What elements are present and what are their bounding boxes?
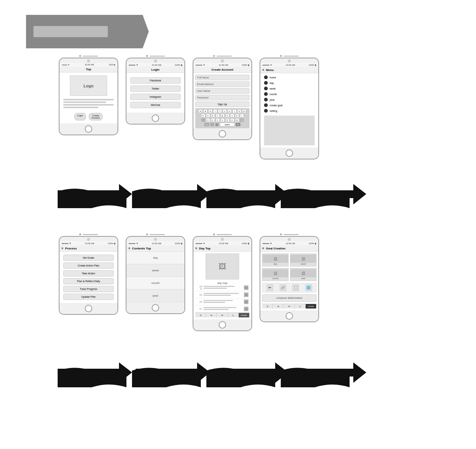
key-123[interactable]: 123 — [204, 123, 209, 126]
username-field[interactable]: User Name — [195, 88, 250, 94]
goal-btn-m[interactable]: m — [284, 304, 295, 309]
facebook-button[interactable]: Facebook — [130, 77, 181, 84]
wechat-button[interactable]: WeChat — [130, 102, 181, 108]
take-action-button[interactable]: Take Action — [63, 270, 114, 277]
login-button[interactable]: Login — [74, 113, 86, 120]
key-shift[interactable]: ⇧ — [201, 118, 205, 122]
key-y[interactable]: y — [223, 109, 227, 113]
key-u[interactable]: u — [228, 109, 232, 113]
twitter-button[interactable]: Twitter — [130, 85, 181, 92]
hamburger-icon[interactable]: ≡ — [195, 246, 197, 250]
goal-cell-year[interactable]: 🖼 year — [290, 268, 316, 281]
home-button[interactable] — [85, 125, 92, 133]
day-list-item-3[interactable]: 14 🖼 — [195, 298, 250, 306]
menu-item-home[interactable]: home — [264, 75, 315, 79]
key-backspace[interactable]: ⌫ — [240, 118, 244, 122]
set-goals-button[interactable]: Set Goals — [63, 255, 114, 261]
hamburger-icon[interactable]: ≡ — [128, 246, 130, 250]
goal-cell-day[interactable]: 🖼 day — [262, 253, 289, 267]
menu-dot-year — [264, 98, 268, 101]
key-v[interactable]: v — [221, 118, 225, 122]
key-x[interactable]: x — [211, 118, 215, 122]
signup-button[interactable]: Sign Up — [195, 101, 250, 107]
day-list-item-4[interactable]: 17 🖼 — [195, 306, 250, 313]
key-h[interactable]: h — [225, 114, 229, 117]
key-z[interactable]: z — [206, 118, 210, 122]
menu-item-setting[interactable]: setting — [264, 109, 315, 113]
key-go[interactable]: Go — [235, 123, 241, 126]
hamburger-icon[interactable]: ≡ — [61, 246, 63, 250]
day-btn-m[interactable]: m — [217, 313, 228, 317]
key-j[interactable]: j — [230, 114, 234, 117]
instagram-button[interactable]: Instagram — [130, 94, 181, 100]
key-b[interactable]: b — [225, 118, 229, 122]
home-button[interactable] — [152, 304, 159, 311]
content-section-week[interactable]: week — [126, 264, 184, 277]
menu-item-month[interactable]: month — [264, 92, 315, 96]
key-space[interactable]: space — [220, 123, 235, 126]
status-right: 100% ▮ — [175, 242, 182, 245]
key-mic[interactable]: 🎤 — [215, 123, 219, 126]
day-btn-d[interactable]: d — [195, 313, 206, 317]
key-l[interactable]: l — [240, 114, 244, 117]
pencil-icon[interactable]: ✏ — [267, 284, 273, 291]
create-action-plan-button[interactable]: Create Action Plan — [63, 262, 114, 269]
key-m[interactable]: m — [235, 118, 239, 122]
key-t[interactable]: t — [218, 109, 222, 113]
home-button[interactable] — [85, 305, 92, 312]
day-btn-w[interactable]: w — [206, 313, 217, 317]
day-list-item-1[interactable]: 10m 🖼 — [195, 284, 250, 291]
goal-btn-w[interactable]: w — [273, 304, 284, 309]
key-d[interactable]: d — [211, 114, 215, 117]
content-section-day[interactable]: day — [126, 252, 184, 264]
menu-item-create-goal[interactable]: create goal — [264, 103, 315, 107]
calendar-icon[interactable]: 📋 — [292, 284, 299, 291]
key-r[interactable]: r — [213, 109, 217, 113]
home-button[interactable] — [219, 130, 226, 138]
create-account-button[interactable]: CreateAccount — [89, 113, 103, 120]
key-k[interactable]: k — [235, 114, 239, 117]
content-section-month[interactable]: month — [126, 277, 184, 290]
day-list-item-2[interactable]: 12 🖼 — [195, 291, 250, 298]
key-q[interactable]: q — [199, 109, 203, 113]
key-o[interactable]: o — [237, 109, 241, 113]
day-btn-y[interactable]: y — [228, 313, 239, 317]
goal-compose-field[interactable]: compose detamination — [262, 294, 316, 302]
key-i[interactable]: i — [232, 109, 237, 113]
key-s[interactable]: s — [206, 114, 210, 117]
goal-btn-d[interactable]: d — [262, 304, 273, 309]
full-name-field[interactable]: Full Name — [195, 75, 250, 80]
key-c[interactable]: c — [216, 118, 220, 122]
goal-btn-y[interactable]: y — [295, 304, 306, 309]
key-p[interactable]: p — [242, 109, 246, 113]
update-plan-button[interactable]: Update Plan — [63, 294, 114, 300]
home-button[interactable] — [286, 312, 293, 320]
key-emoji[interactable]: ☺ — [210, 123, 214, 126]
goal-btn-create[interactable]: create — [306, 304, 316, 309]
password-field[interactable]: Password — [195, 95, 250, 100]
plan-reflect-daily-button[interactable]: Plan & Reflect Daily — [63, 278, 114, 284]
text-line — [63, 99, 114, 100]
track-progress-button[interactable]: Track Progress — [63, 286, 114, 292]
home-button[interactable] — [152, 114, 159, 122]
menu-item-day[interactable]: day — [264, 81, 315, 85]
day-btn-create[interactable]: create — [239, 313, 250, 317]
menu-item-week[interactable]: week — [264, 87, 315, 90]
key-n[interactable]: n — [230, 118, 234, 122]
menu-item-year[interactable]: year — [264, 98, 315, 101]
content-section-year[interactable]: year — [126, 290, 184, 302]
key-f[interactable]: f — [216, 114, 220, 117]
goal-cell-month[interactable]: 🖼 month — [262, 268, 289, 281]
key-a[interactable]: a — [201, 114, 205, 117]
home-button[interactable] — [286, 149, 293, 157]
hamburger-icon[interactable]: ≡ — [262, 68, 264, 72]
link-icon[interactable]: 🔗 — [280, 284, 286, 291]
globe-icon[interactable]: 🌐 — [305, 284, 312, 291]
key-g[interactable]: g — [221, 114, 225, 117]
goal-cell-week[interactable]: 🖼 week — [290, 253, 316, 267]
home-button[interactable] — [219, 321, 226, 329]
hamburger-icon[interactable]: ≡ — [262, 246, 264, 250]
key-w[interactable]: w — [203, 109, 208, 113]
email-field[interactable]: Email Address — [195, 81, 250, 87]
key-e[interactable]: e — [208, 109, 212, 113]
